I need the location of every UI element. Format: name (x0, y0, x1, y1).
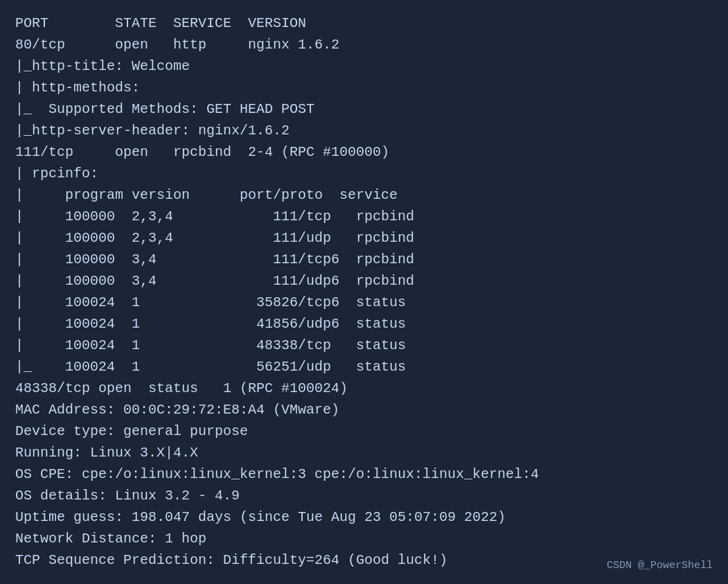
terminal-line: | 100024 1 35826/tcp6 status (15, 292, 713, 313)
terminal-line: | program version port/proto service (15, 184, 713, 206)
terminal-line: |_http-title: Welcome (15, 55, 713, 77)
terminal-line: 48338/tcp open status 1 (RPC #100024) (15, 378, 713, 399)
terminal-line: MAC Address: 00:0C:29:72:E8:A4 (VMware) (15, 399, 713, 421)
terminal-line: | rpcinfo: (15, 163, 713, 184)
watermark: CSDN @_PowerShell (607, 560, 713, 572)
terminal-line: | 100024 1 41856/udp6 status (15, 313, 713, 335)
terminal-line: Device type: general purpose (15, 421, 713, 442)
terminal-line: |_http-server-header: nginx/1.6.2 (15, 120, 713, 141)
terminal-line: PORT STATE SERVICE VERSION (15, 12, 713, 34)
terminal-window: PORT STATE SERVICE VERSION80/tcp open ht… (0, 0, 728, 584)
terminal-line: | 100000 3,4 111/udp6 rpcbind (15, 270, 713, 292)
terminal-line: 80/tcp open http nginx 1.6.2 (15, 34, 713, 55)
terminal-line: Running: Linux 3.X|4.X (15, 442, 713, 463)
terminal-line: 111/tcp open rpcbind 2-4 (RPC #100000) (15, 141, 713, 163)
terminal-line: | 100024 1 48338/tcp status (15, 335, 713, 356)
terminal-line: OS CPE: cpe:/o:linux:linux_kernel:3 cpe:… (15, 463, 713, 485)
terminal-line: OS details: Linux 3.2 - 4.9 (15, 485, 713, 506)
terminal-line: | 100000 2,3,4 111/tcp rpcbind (15, 206, 713, 227)
terminal-line: | 100000 2,3,4 111/udp rpcbind (15, 227, 713, 249)
terminal-line: | 100000 3,4 111/tcp6 rpcbind (15, 249, 713, 270)
terminal-output: PORT STATE SERVICE VERSION80/tcp open ht… (15, 12, 713, 571)
terminal-line: | http-methods: (15, 77, 713, 98)
terminal-line: |_ 100024 1 56251/udp status (15, 356, 713, 378)
terminal-line: Uptime guess: 198.047 days (since Tue Au… (15, 506, 713, 528)
terminal-line: |_ Supported Methods: GET HEAD POST (15, 98, 713, 120)
terminal-line: Network Distance: 1 hop (15, 528, 713, 549)
